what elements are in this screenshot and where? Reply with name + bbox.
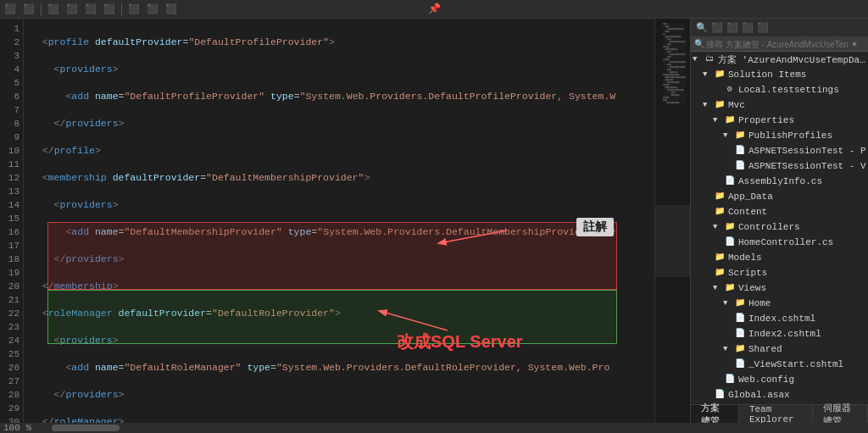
tree-item-mvc[interactable]: ▼ 📁 Mvc: [691, 97, 868, 113]
toolbar-separator-1: [41, 3, 42, 15]
icon-aspnet1: 📄: [733, 145, 747, 157]
icon-mvc: 📁: [713, 99, 726, 111]
icon-scripts: 📁: [713, 267, 726, 279]
solution-explorer-toolbar: 🔍 ⬛ ⬛ ⬛ ⬛: [691, 19, 868, 37]
label-global: Global.asax: [728, 390, 790, 400]
arrow-properties: ▼: [713, 116, 723, 125]
label-scripts: Scripts: [728, 268, 767, 278]
label-index2: Index2.cshtml: [748, 329, 821, 339]
icon-homecontroller: 📄: [723, 236, 737, 248]
icon-viewstart: 📄: [733, 358, 747, 370]
minimap-viewport: [655, 205, 690, 277]
arrow-shared: ▼: [723, 345, 733, 353]
icon-home: 📁: [733, 297, 747, 309]
horizontal-scrollbar[interactable]: 100 %: [0, 423, 868, 433]
label-content: Content: [728, 207, 767, 217]
arrow-publishprofiles: ▼: [723, 131, 733, 140]
tree-item-global[interactable]: 📄 Global.asax: [691, 387, 868, 402]
arrow-controllers: ▼: [713, 223, 723, 231]
icon-aspnet2: 📄: [733, 160, 747, 172]
arrow-views: ▼: [713, 284, 723, 292]
label-controllers: Controllers: [738, 222, 800, 232]
tree-item-controllers[interactable]: ▼ 📁 Controllers: [691, 219, 868, 235]
label-webconfig-views: Web.config: [738, 375, 794, 385]
toolbar-icon-se-3[interactable]: ⬛: [726, 22, 738, 33]
toolbar-icon-1[interactable]: ⬛: [3, 3, 17, 16]
tree-item-content[interactable]: 📁 Content: [691, 204, 868, 219]
icon-views: 📁: [723, 282, 737, 294]
label-aspnet1: ASPNETSessionTest - P: [748, 146, 866, 156]
tree-item-scripts[interactable]: 📁 Scripts: [691, 265, 868, 280]
tree-item-shared[interactable]: ▼ 📁 Shared: [691, 341, 868, 357]
code-editor[interactable]: <profile defaultProvider="DefaultProfile…: [24, 19, 654, 423]
annotation-comment: 註解: [576, 218, 614, 236]
line-numbers: 12345 678910 1112131415 1617181920 21222…: [0, 19, 24, 423]
search-input[interactable]: [706, 40, 850, 49]
close-search-icon[interactable]: ✕: [852, 39, 857, 49]
label-appdata: App_Data: [728, 192, 773, 202]
tab-team-explorer[interactable]: Team Explorer: [739, 405, 813, 423]
tree-item-index[interactable]: 📄 Index.cshtml: [691, 311, 868, 326]
tree-item-models[interactable]: 📁 Models: [691, 250, 868, 265]
tree-item-index2[interactable]: 📄 Index2.cshtml: [691, 326, 868, 341]
arrow-home: ▼: [723, 299, 733, 308]
solution-label: 方案 'AzureAndMvcUseTempDataT: [718, 53, 866, 66]
solution-root-arrow: ▼: [693, 55, 703, 64]
toolbar-icon-7[interactable]: ⬛: [127, 3, 141, 16]
tree-item-assemblyinfo[interactable]: 📄 AssemblyInfo.cs: [691, 174, 868, 189]
toolbar-icon-8[interactable]: ⬛: [146, 3, 159, 16]
toolbar-icon-4[interactable]: ⬛: [65, 3, 79, 16]
label-views: Views: [738, 283, 766, 293]
solution-icon: 🗂: [703, 53, 716, 65]
toolbar-icon-9[interactable]: ⬛: [164, 3, 178, 16]
label-properties: Properties: [738, 115, 794, 125]
tree-item-properties[interactable]: ▼ 📁 Properties: [691, 113, 868, 128]
label-viewstart: _ViewStart.cshtml: [748, 359, 843, 369]
tree-item-homecontroller[interactable]: 📄 HomeController.cs: [691, 235, 868, 250]
tree-item-webconfig-views[interactable]: 📄 Web.config: [691, 372, 868, 387]
icon-webconfig-views: 📄: [723, 374, 737, 386]
toolbar-icon-5[interactable]: ⬛: [84, 3, 97, 16]
icon-publishprofiles: 📁: [733, 130, 747, 142]
search-icon: 🔍: [694, 39, 704, 49]
icon-assemblyinfo: 📄: [723, 175, 737, 187]
annotation-sql-server: 改成SQL Server: [397, 330, 523, 353]
solution-root[interactable]: ▼ 🗂 方案 'AzureAndMvcUseTempDataT: [691, 52, 868, 67]
label-homecontroller: HomeController.cs: [738, 237, 833, 247]
label-index: Index.cshtml: [748, 314, 815, 324]
icon-properties: 📁: [723, 114, 737, 126]
tree-item-views[interactable]: ▼ 📁 Views: [691, 280, 868, 296]
toolbar-icon-se-1[interactable]: 🔍: [696, 22, 708, 33]
toolbar-icon-3[interactable]: ⬛: [47, 3, 60, 16]
tree-item-publishprofiles[interactable]: ▼ 📁 PublishProfiles: [691, 128, 868, 143]
pin-icon: 📌: [428, 3, 441, 15]
tree-item-solution-items[interactable]: ▼ 📁 Solution Items: [691, 67, 868, 82]
icon-local: ⚙: [723, 84, 737, 96]
arrow-mvc: ▼: [703, 101, 713, 109]
main-area: 12345 678910 1112131415 1617181920 21222…: [0, 19, 868, 423]
tree-item-home[interactable]: ▼ 📁 Home: [691, 296, 868, 311]
toolbar-separator-2: [121, 3, 122, 15]
tree-item-aspnet2[interactable]: 📄 ASPNETSessionTest - V: [691, 158, 868, 174]
tab-solution-explorer[interactable]: 方案總管: [691, 405, 739, 423]
tree-item-appdata[interactable]: 📁 App_Data: [691, 189, 868, 204]
arrow-solution-items: ▼: [703, 70, 713, 79]
icon-global: 📄: [713, 389, 726, 401]
label-local: Local.testsettings: [738, 85, 839, 95]
hscroll-thumb[interactable]: [52, 425, 120, 431]
tree-item-local-testsettings[interactable]: ⚙ Local.testsettings: [691, 82, 868, 97]
label-shared: Shared: [748, 344, 782, 354]
code-content: <profile defaultProvider="DefaultProfile…: [24, 19, 654, 423]
solution-explorer-tree: ▼ 🗂 方案 'AzureAndMvcUseTempDataT ▼ 📁 Solu…: [691, 52, 868, 404]
solution-explorer-panel: 🔍 ⬛ ⬛ ⬛ ⬛ 🔍 ✕ ▼ 🗂 方案 'AzureAndMvcUseTemp…: [690, 19, 868, 423]
tree-item-aspnet1[interactable]: 📄 ASPNETSessionTest - P: [691, 143, 868, 158]
icon-appdata: 📁: [713, 191, 726, 203]
toolbar-icon-2[interactable]: ⬛: [22, 3, 36, 16]
minimap: ████░░░░░░░░░░░░░░░░░░ ░░████░░░░░░░░░░░…: [654, 19, 690, 423]
toolbar-icon-se-2[interactable]: ⬛: [711, 22, 723, 33]
toolbar-icon-se-4[interactable]: ⬛: [742, 22, 754, 33]
tree-item-viewstart[interactable]: 📄 _ViewStart.cshtml: [691, 357, 868, 372]
toolbar-icon-se-5[interactable]: ⬛: [757, 22, 769, 33]
toolbar-icon-6[interactable]: ⬛: [103, 3, 116, 16]
tab-server-explorer[interactable]: 伺服器總管: [813, 405, 868, 423]
